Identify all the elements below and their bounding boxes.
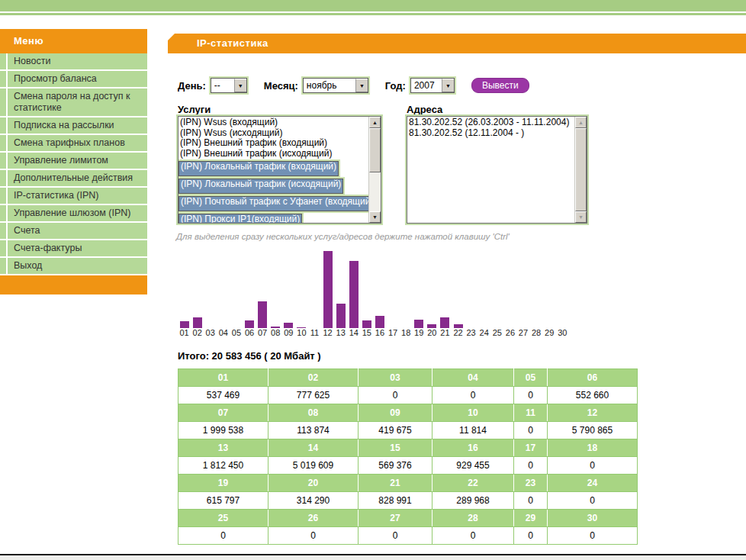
chart-bar <box>258 301 267 328</box>
month-label: Месяц: <box>264 80 298 92</box>
table-value-cell: 113 874 <box>268 422 359 439</box>
table-day-header: 26 <box>268 510 359 527</box>
scroll-down-icon[interactable]: ▼ <box>369 211 381 223</box>
sidebar-item[interactable]: Смена тарифных планов <box>0 135 147 153</box>
chart-x-label: 30 <box>556 328 569 338</box>
sidebar-item[interactable]: Смена пароля на доступ к статистике <box>0 89 147 117</box>
chart-x-label: 17 <box>387 328 400 338</box>
year-select-value: 2007 <box>411 79 442 92</box>
sidebar-item[interactable]: Управление лимитом <box>0 153 147 170</box>
table-value-cell: 0 <box>178 527 268 545</box>
page: Меню НовостиПросмотр балансаСмена пароля… <box>0 0 746 560</box>
listbox-option[interactable]: 81.30.202.52 (12.11.2004 - ) <box>407 128 574 139</box>
page-title: IP-статистика <box>197 34 268 53</box>
table-value-cell: 0 <box>432 387 514 404</box>
sidebar-item[interactable]: Дополнительные действия <box>0 170 147 188</box>
chart-bar <box>414 320 423 328</box>
table-value-cell: 1 812 450 <box>178 457 268 475</box>
scroll-up-icon[interactable]: ▲ <box>369 117 381 128</box>
sidebar-item[interactable]: Выход <box>0 258 147 275</box>
sidebar-item[interactable]: Счета <box>0 223 147 240</box>
table-value-cell: 537 469 <box>178 387 268 404</box>
page-header: IP-статистика <box>168 34 746 53</box>
table-day-header: 16 <box>432 439 514 457</box>
scrollbar-thumb[interactable] <box>575 128 587 211</box>
table-day-header: 12 <box>548 404 638 422</box>
addresses-label: Адреса <box>407 104 442 115</box>
listbox-option[interactable]: 81.30.202.52 (26.03.2003 - 11.11.2004) <box>407 117 574 128</box>
listbox-option[interactable]: (IPN) Wsus (входящий) <box>178 117 368 128</box>
chart-x-label: 19 <box>413 328 426 338</box>
services-scrollbar[interactable]: ▲ ▼ <box>368 117 381 223</box>
sidebar-item[interactable]: Подписка на рассылки <box>0 117 147 135</box>
scroll-down-icon[interactable]: ▼ <box>575 211 587 223</box>
listbox-option[interactable]: (IPN) Внешний трафик (входящий) <box>178 138 368 149</box>
sidebar-item[interactable]: Счета-фактуры <box>0 240 147 258</box>
chart-x-label: 18 <box>400 328 413 338</box>
listbox-option[interactable]: (IPN) Внешний трафик (исходящий) <box>178 149 368 159</box>
chart-bars <box>178 251 570 328</box>
table-day-header: 06 <box>548 369 638 387</box>
chart-x-label: 15 <box>360 328 373 338</box>
table-day-header: 03 <box>359 369 432 387</box>
day-select[interactable]: -- ▼ <box>211 78 247 93</box>
chart-x-label: 03 <box>204 328 217 338</box>
listbox-option[interactable]: (IPN) Локальный трафик (входящий) <box>178 161 339 176</box>
services-listbox[interactable]: (IPN) Wsus (входящий)(IPN) Wsus (исходящ… <box>178 116 381 224</box>
usage-chart: 0102030405060708091011121314151617181920… <box>178 251 570 338</box>
scroll-up-icon[interactable]: ▲ <box>575 117 587 128</box>
table-value-cell: 828 991 <box>359 492 432 510</box>
horizontal-scrollbar[interactable] <box>0 554 746 560</box>
sidebar-item[interactable]: IP-статистика (IPN) <box>0 188 147 205</box>
table-day-header: 30 <box>548 510 638 527</box>
year-select[interactable]: 2007 ▼ <box>410 78 455 93</box>
chart-bar <box>440 317 449 328</box>
table-day-header: 27 <box>359 510 432 527</box>
chart-x-label: 05 <box>230 328 243 338</box>
listbox-option[interactable]: (IPN) Почтовый трафик с Уфанет (входящий… <box>178 196 368 211</box>
chart-x-label: 11 <box>308 328 321 338</box>
addresses-scrollbar[interactable]: ▲ ▼ <box>574 117 587 223</box>
sidebar-item[interactable]: Новости <box>0 53 147 71</box>
listbox-option[interactable]: (IPN) Wsus (исходящий) <box>178 128 368 139</box>
services-options: (IPN) Wsus (входящий)(IPN) Wsus (исходящ… <box>178 117 368 223</box>
scrollbar-thumb[interactable] <box>369 128 381 172</box>
sidebar-item[interactable]: Просмотр баланса <box>0 71 147 89</box>
table-day-header: 09 <box>359 404 432 422</box>
listbox-option[interactable]: (IPN) Локальный трафик (исходящий) <box>178 179 343 194</box>
year-label: Год: <box>385 80 406 92</box>
chevron-down-icon[interactable]: ▼ <box>234 79 246 92</box>
top-banner-stripe <box>0 0 746 11</box>
chart-x-label: 10 <box>295 328 308 338</box>
chart-x-label: 28 <box>530 328 543 338</box>
menu-header: Меню <box>0 29 147 53</box>
sidebar-item[interactable]: Управление шлюзом (IPN) <box>0 205 147 223</box>
table-value-cell: 929 455 <box>432 457 514 475</box>
chevron-down-icon[interactable]: ▼ <box>355 79 368 92</box>
chevron-down-icon[interactable]: ▼ <box>442 79 454 92</box>
addresses-listbox[interactable]: 81.30.202.52 (26.03.2003 - 11.11.2004)81… <box>407 116 587 224</box>
month-select[interactable]: ноябрь ▼ <box>303 78 368 93</box>
submit-button[interactable]: Вывести <box>471 78 529 93</box>
multiselect-hint: Для выделения сразу нескольких услуг/адр… <box>176 232 510 241</box>
table-value-cell: 1 999 538 <box>178 422 268 439</box>
chart-bar <box>245 320 254 328</box>
table-value-cell: 419 675 <box>359 422 432 439</box>
table-day-header: 29 <box>514 510 548 527</box>
table-value-cell: 0 <box>548 457 638 475</box>
month-select-value: ноябрь <box>304 79 355 92</box>
listbox-option[interactable]: (IPN) Прокси IP1(входящий) <box>178 214 302 223</box>
chart-x-label: 09 <box>282 328 295 338</box>
table-value-cell: 0 <box>514 527 548 545</box>
addresses-options: 81.30.202.52 (26.03.2003 - 11.11.2004)81… <box>407 117 574 223</box>
table-day-header: 21 <box>359 475 432 492</box>
total-line: Итого: 20 583 456 ( 20 Мбайт ) <box>178 350 321 362</box>
table-value-cell: 0 <box>514 457 548 475</box>
chart-x-label: 29 <box>543 328 556 338</box>
table-day-header: 24 <box>548 475 638 492</box>
table-day-header: 22 <box>432 475 514 492</box>
top-banner-stripe-thin <box>0 13 746 15</box>
chart-x-label: 27 <box>516 328 529 338</box>
table-value-cell: 615 797 <box>178 492 268 510</box>
table-value-cell: 0 <box>548 527 638 545</box>
